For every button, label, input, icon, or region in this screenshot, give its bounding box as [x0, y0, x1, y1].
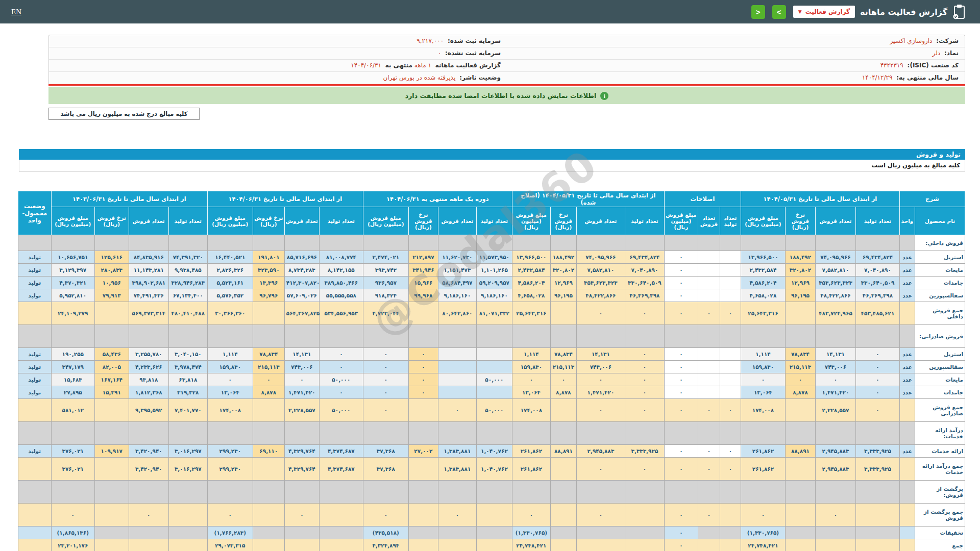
- table-cell: [253, 422, 284, 445]
- table-cell: ۱,۱۰۱,۲۶۵: [476, 264, 512, 277]
- table-cell: [253, 458, 284, 481]
- table-cell: ۳۲۳,۵۹۰: [253, 264, 284, 277]
- table-cell: [168, 422, 207, 445]
- table-cell: ۱۲,۹۶۹: [550, 277, 576, 289]
- table-cell: [319, 325, 363, 348]
- table-cell: ۰: [512, 504, 550, 527]
- table-cell: ۳,۲۵۵,۷۸۰: [129, 348, 168, 361]
- table-cell: [253, 399, 284, 422]
- table-cell: (۱,۳۳۰,۷۶۵): [741, 527, 785, 539]
- table-cell: ۰: [664, 277, 698, 289]
- col-group-rev: از ابتدای سال مالی تا تاریخ ۱۴۰۴/۰۵/۳۱ (…: [512, 191, 664, 207]
- table-cell: ۸۱,۰۰۸,۷۷۴: [319, 251, 363, 264]
- table-cell: [550, 302, 576, 325]
- cell-status: تولید: [18, 264, 51, 277]
- table-cell: ۲,۲۲۸,۵۵۷: [815, 399, 855, 422]
- table-cell: [51, 325, 94, 348]
- table-cell: ۰: [625, 386, 664, 399]
- report-type-dropdown[interactable]: گزارش فعالیت ▼: [793, 6, 855, 18]
- table-cell: ۰: [408, 373, 438, 386]
- table-cell: ۸۵,۷۱۶,۶۹۶: [284, 251, 319, 264]
- table-cell: ۲۱۲,۸۹۷: [408, 251, 438, 264]
- table-cell: ۷,۵۸۲,۸۱۰: [815, 264, 855, 277]
- clipboard-report-icon: [952, 4, 966, 19]
- table-cell: ۸,۸۷۸: [550, 386, 576, 399]
- english-language-link[interactable]: EN: [11, 8, 21, 16]
- table-cell: ۲۱۵,۱۱۳: [253, 361, 284, 373]
- cell-status: تولید: [18, 361, 51, 373]
- table-cell: [476, 504, 512, 527]
- row-label: درآمد ارائه خدمات:: [915, 422, 965, 445]
- table-cell: ۳۸۹,۸۵۰,۴۶۶: [319, 277, 363, 289]
- table-cell: ۴,۳۲۴,۸۹۴: [363, 539, 408, 551]
- table-cell: [284, 527, 319, 539]
- col-y05-m: مبلغ فروش (میلیون ریال): [741, 207, 785, 235]
- table-cell: ۹۶,۷۹۶: [253, 289, 284, 302]
- table-cell: [664, 235, 698, 251]
- table-cell: ۷۴۳,۰۰۶: [576, 361, 625, 373]
- report-period-value: ۱ ماهه: [414, 62, 431, 69]
- cell-unit: عدد: [899, 361, 915, 373]
- table-cell: (۱,۷۶۶,۲۸۳): [207, 527, 253, 539]
- table-cell: ۱۴,۱۳۱: [284, 348, 319, 361]
- fiscal-year-value: ۱۴۰۴/۱۲/۲۹: [862, 74, 893, 81]
- table-cell: [785, 539, 815, 551]
- table-cell: ۰: [512, 373, 550, 386]
- previous-report-button[interactable]: <: [751, 5, 765, 19]
- table-cell: ۲۹,۰۷۳,۳۱۵: [207, 539, 253, 551]
- col-group-per: دوره یک ماهه منتهی به ۱۴۰۴/۰۶/۳۱: [363, 191, 512, 207]
- table-cell: [408, 325, 438, 348]
- table-cell: ۰: [855, 373, 899, 386]
- table-cell: [785, 235, 815, 251]
- registered-capital-value: ۹,۲۱۷,۰۰۰: [416, 37, 444, 44]
- table-cell: ۲۶۱,۸۶۲: [512, 458, 550, 481]
- next-report-button[interactable]: >: [772, 5, 786, 19]
- table-cell: ۰: [576, 458, 625, 481]
- table-cell: [855, 422, 899, 445]
- table-cell: [785, 458, 815, 481]
- table-cell: ۵۷,۶۰۹,۰۲۶: [284, 289, 319, 302]
- table-cell: [476, 481, 512, 504]
- production-sales-table-wrap: شرحاز ابتدای سال مالی تا تاریخ ۱۴۰۴/۰۵/۳…: [19, 191, 965, 551]
- table-cell: ۰: [720, 445, 741, 458]
- row-label: فروش داخلي:: [915, 235, 965, 251]
- table-cell: [319, 504, 363, 527]
- table-cell: [476, 361, 512, 373]
- col-adj-m: مبلغ فروش (میلیون ریال): [664, 207, 698, 235]
- table-cell: [476, 325, 512, 348]
- table-cell: [720, 264, 741, 277]
- table-cell: [408, 399, 438, 422]
- table-cell: ۲۶۱,۸۶۲: [741, 445, 785, 458]
- table-cell: ۱۳,۰۶۴: [741, 386, 785, 399]
- table-cell: ۱,۴۷۱,۴۲۰: [284, 386, 319, 399]
- table-cell: [664, 422, 698, 445]
- table-cell: ۰: [625, 458, 664, 481]
- table-cell: [625, 235, 664, 251]
- table-cell: ۰: [363, 386, 408, 399]
- table-cell: [855, 527, 899, 539]
- table-cell: ۰: [129, 504, 168, 527]
- table-cell: [720, 422, 741, 445]
- table-cell: ۲۳,۲۰۱,۱۷۶: [51, 539, 94, 551]
- cell-unit: عدد: [899, 445, 915, 458]
- table-cell: ۵۸,۴۳۶: [94, 348, 129, 361]
- table-cell: ۲۸۰,۸۳۳: [94, 264, 129, 277]
- table-cell: ۸۴,۸۳۵,۹۱۶: [129, 251, 168, 264]
- table-cell: ۵۶۹,۳۷۳,۳۱۴: [129, 302, 168, 325]
- cell-status: [18, 422, 51, 445]
- amounts-unit-button[interactable]: کلیه مبالغ درج شده به میلیون ریال می باش…: [48, 108, 200, 120]
- cell-status: [18, 458, 51, 481]
- table-cell: ۰: [664, 361, 698, 373]
- table-cell: [741, 235, 785, 251]
- table-cell: [855, 235, 899, 251]
- table-cell: ۳,۱۲۹,۳۹۷: [51, 264, 94, 277]
- table-cell: [129, 235, 168, 251]
- table-cell: ۴۶,۳۶۹,۳۹۸: [855, 289, 899, 302]
- table-cell: [207, 422, 253, 445]
- table-cell: ۰: [741, 504, 785, 527]
- unregistered-capital-row: سرمایه ثبت نشده: ۰: [49, 47, 507, 60]
- table-cell: ۱,۰۴۰,۷۶۲: [476, 458, 512, 481]
- table-cell: ۷,۰۴۰,۸۹۰: [855, 264, 899, 277]
- table-cell: [698, 386, 720, 399]
- table-cell: ۰: [408, 348, 438, 361]
